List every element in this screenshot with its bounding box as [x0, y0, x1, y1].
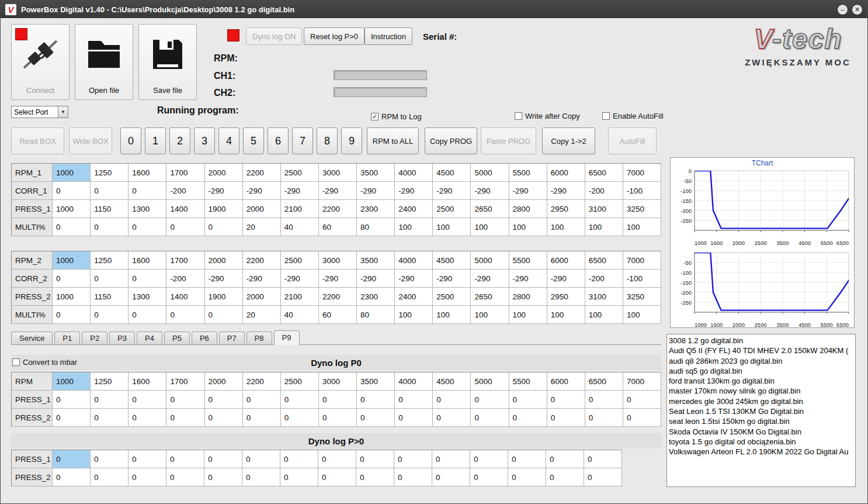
table-cell[interactable]: 100 — [623, 306, 661, 324]
table-cell[interactable]: 0 — [546, 468, 584, 486]
table-cell[interactable]: 1150 — [91, 288, 129, 306]
table-cell[interactable]: 0 — [129, 218, 166, 236]
table-cell[interactable]: 0 — [356, 450, 394, 468]
table-cell[interactable]: 1600 — [129, 372, 166, 391]
table-cell[interactable]: 0 — [204, 468, 242, 486]
table-cell[interactable]: 1000 — [53, 372, 91, 391]
tab-p3[interactable]: P3 — [109, 332, 135, 344]
table-cell[interactable]: 0 — [53, 468, 91, 486]
open-file-button[interactable]: Open file — [75, 24, 133, 100]
table-cell[interactable]: 1250 — [91, 372, 129, 391]
table-cell[interactable]: 3500 — [357, 251, 395, 270]
table-cell[interactable]: 0 — [394, 450, 432, 468]
table-cell[interactable]: 0 — [470, 450, 508, 468]
table-cell[interactable]: 4000 — [395, 251, 433, 270]
table-cell[interactable]: 100 — [547, 218, 585, 236]
table-cell[interactable]: 3250 — [623, 288, 661, 306]
table-cell[interactable]: 2200 — [243, 251, 281, 270]
table-cell[interactable]: 5000 — [471, 164, 509, 182]
checkbox-write-after-copy[interactable]: Write after Copy — [515, 112, 580, 120]
table-cell[interactable]: 4500 — [433, 164, 471, 182]
table-cell[interactable]: 20 — [243, 306, 281, 324]
table-cell[interactable]: 0 — [357, 409, 395, 427]
table-cell[interactable]: 0 — [205, 218, 243, 236]
table-cell[interactable]: 2500 — [281, 164, 319, 182]
copy-1-2-button[interactable]: Copy 1->2 — [542, 127, 595, 154]
table-cell[interactable]: -200 — [585, 270, 623, 288]
table-cell[interactable]: 0 — [129, 468, 166, 486]
table-cell[interactable]: -290 — [243, 270, 281, 288]
table-cell[interactable]: 0 — [546, 450, 584, 468]
digit-button-9[interactable]: 9 — [341, 127, 362, 154]
table-cell[interactable]: 0 — [585, 409, 623, 427]
table-cell[interactable]: 0 — [129, 270, 166, 288]
table-cell[interactable]: 2800 — [509, 200, 547, 218]
file-item[interactable]: 3008 1.2 go digital.bin — [669, 336, 853, 346]
table-cell[interactable]: 0 — [508, 468, 546, 486]
table-cell[interactable]: 100 — [471, 218, 509, 236]
table-cell[interactable]: 0 — [53, 391, 91, 409]
table-cell[interactable]: 3100 — [585, 288, 623, 306]
checkbox-box-icon[interactable] — [12, 358, 20, 366]
table-cell[interactable]: 2100 — [281, 200, 319, 218]
table-cell[interactable]: 0 — [205, 306, 243, 324]
table-cell[interactable]: 2000 — [205, 372, 243, 391]
table-cell[interactable]: 1000 — [53, 251, 91, 270]
copy-prog-button[interactable]: Copy PROG — [425, 127, 477, 154]
checkbox-convert-to-mbar[interactable]: Convert to mbar — [12, 358, 77, 367]
file-item[interactable]: Audi Q5 II (FY FL) 40 TDI MHEV 2.0 150kW… — [669, 346, 853, 355]
table-cell[interactable]: 6500 — [585, 251, 623, 270]
table-cell[interactable]: 7000 — [623, 251, 661, 270]
table-cell[interactable]: 0 — [356, 468, 394, 486]
close-button[interactable]: ✕ — [852, 4, 863, 15]
table-cell[interactable]: 0 — [584, 450, 622, 468]
table-cell[interactable]: 0 — [91, 218, 129, 236]
table-cell[interactable]: 2000 — [205, 251, 243, 270]
table-cell[interactable]: 20 — [243, 218, 281, 236]
table-cell[interactable]: 0 — [53, 450, 91, 468]
table-cell[interactable]: 4000 — [395, 164, 433, 182]
table-cell[interactable]: 4500 — [433, 372, 471, 391]
table-cell[interactable]: 2650 — [471, 288, 509, 306]
table-cell[interactable]: 0 — [91, 182, 129, 200]
file-item[interactable]: Volkswagen Arteon FL 2.0 190KM 2022 Go D… — [669, 447, 853, 457]
table-cell[interactable]: 2400 — [395, 200, 433, 218]
table-cell[interactable]: 0 — [281, 391, 319, 409]
digit-button-6[interactable]: 6 — [268, 127, 289, 154]
table-cell[interactable]: -290 — [205, 270, 243, 288]
table-cell[interactable]: 2500 — [281, 372, 319, 391]
table-cell[interactable]: -290 — [281, 270, 319, 288]
table-cell[interactable]: 0 — [547, 409, 585, 427]
table-cell[interactable]: 80 — [357, 218, 395, 236]
table-cell[interactable]: -290 — [319, 182, 357, 200]
digit-button-0[interactable]: 0 — [120, 127, 141, 154]
table-cell[interactable]: 7000 — [623, 164, 661, 182]
table-cell[interactable]: 0 — [471, 409, 509, 427]
tab-p8[interactable]: P8 — [246, 332, 272, 344]
table-cell[interactable]: 0 — [53, 218, 91, 236]
table-cell[interactable]: 1300 — [129, 288, 166, 306]
table-cell[interactable]: 0 — [280, 468, 318, 486]
table-cell[interactable]: 0 — [166, 450, 204, 468]
table-cell[interactable]: 5500 — [509, 164, 547, 182]
table-cell[interactable]: 0 — [432, 450, 470, 468]
table-cell[interactable]: 2000 — [243, 200, 281, 218]
table-cell[interactable]: 40 — [281, 218, 319, 236]
table-cell[interactable]: 0 — [585, 391, 623, 409]
table-cell[interactable]: 0 — [166, 218, 204, 236]
table-cell[interactable]: 0 — [395, 409, 433, 427]
table-cell[interactable]: -290 — [395, 182, 433, 200]
table-cell[interactable]: 100 — [395, 306, 433, 324]
table-cell[interactable]: 5500 — [509, 251, 547, 270]
file-item[interactable]: audi sq5 go digital.bin — [669, 366, 853, 376]
table-cell[interactable]: 7000 — [623, 372, 661, 391]
table-cell[interactable]: -200 — [166, 270, 204, 288]
table-cell[interactable]: 0 — [53, 306, 91, 324]
table-cell[interactable]: 6500 — [585, 372, 623, 391]
table-cell[interactable]: 1250 — [91, 164, 129, 182]
table-cell[interactable]: 2000 — [243, 288, 281, 306]
table-cell[interactable]: 3250 — [623, 200, 661, 218]
table-cell[interactable]: 0 — [584, 468, 622, 486]
table-cell[interactable]: -290 — [433, 270, 471, 288]
table-cell[interactable]: -290 — [357, 270, 395, 288]
